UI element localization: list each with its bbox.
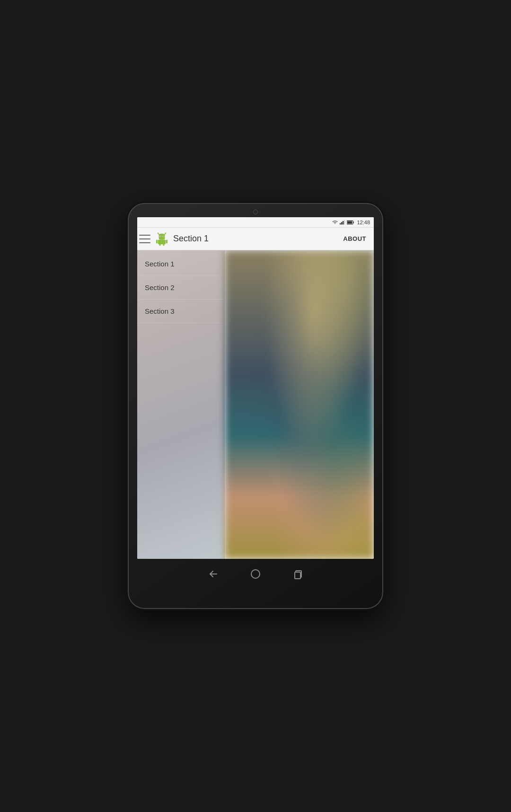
- svg-point-10: [165, 232, 166, 233]
- nav-panel: Section 1 Section 2 Section 3: [137, 250, 225, 559]
- svg-rect-15: [158, 239, 166, 244]
- hamburger-line-2: [139, 238, 150, 239]
- svg-rect-22: [295, 572, 300, 579]
- screen: 12:48: [137, 217, 374, 559]
- signal-icon: [340, 220, 345, 225]
- home-icon: [250, 568, 261, 580]
- app-title: Section 1: [173, 234, 339, 244]
- hamburger-line-1: [139, 235, 150, 236]
- nav-item-section1[interactable]: Section 1: [137, 252, 225, 276]
- app-bar: Section 1 ABOUT: [137, 228, 374, 250]
- svg-rect-19: [163, 244, 164, 246]
- svg-point-20: [251, 570, 260, 578]
- home-button[interactable]: [248, 567, 263, 581]
- bottom-nav-bar: [206, 563, 305, 585]
- nav-item-section2[interactable]: Section 2: [137, 276, 225, 300]
- battery-icon: [347, 220, 354, 225]
- svg-point-13: [160, 236, 161, 237]
- svg-rect-1: [341, 222, 342, 224]
- status-icons: 12:48: [332, 220, 370, 225]
- svg-rect-0: [340, 223, 341, 224]
- nav-item-section3[interactable]: Section 3: [137, 300, 225, 323]
- hamburger-menu-button[interactable]: [139, 235, 150, 243]
- front-camera: [253, 210, 258, 214]
- app-logo-icon: [154, 231, 169, 247]
- status-bar: 12:48: [137, 217, 374, 228]
- svg-rect-5: [353, 221, 354, 223]
- about-button[interactable]: ABOUT: [339, 233, 370, 244]
- back-icon: [207, 568, 219, 580]
- back-button[interactable]: [206, 567, 220, 581]
- svg-rect-6: [348, 221, 352, 223]
- svg-point-14: [163, 236, 164, 237]
- recents-icon: [292, 568, 304, 580]
- svg-rect-3: [344, 220, 345, 224]
- svg-rect-2: [343, 221, 344, 225]
- content-panel: [225, 250, 374, 559]
- svg-rect-16: [156, 239, 158, 243]
- svg-rect-18: [159, 244, 160, 246]
- wifi-icon: [332, 220, 338, 225]
- recents-button[interactable]: [291, 567, 305, 581]
- status-time: 12:48: [357, 220, 370, 225]
- hamburger-line-3: [139, 242, 150, 243]
- svg-rect-17: [166, 239, 167, 243]
- svg-point-8: [158, 232, 159, 233]
- main-content: Section 1 Section 2 Section 3: [137, 250, 374, 559]
- tablet-frame: 12:48: [128, 203, 383, 609]
